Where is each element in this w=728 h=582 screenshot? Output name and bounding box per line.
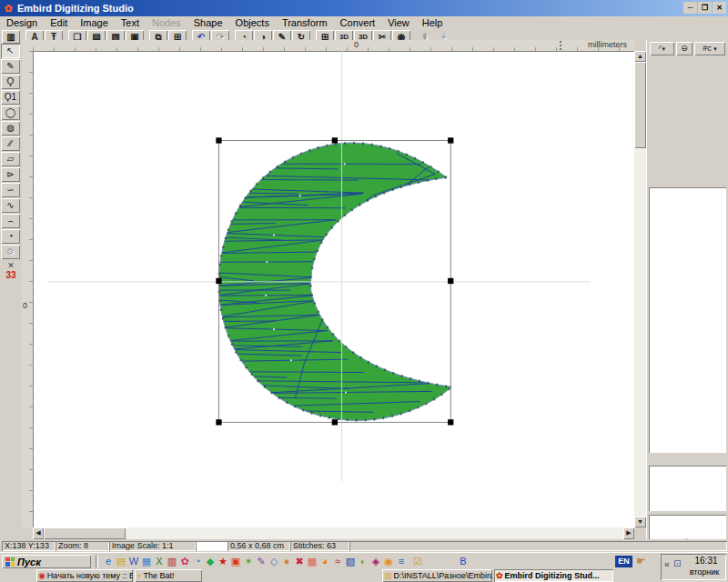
menu-design[interactable]: Design — [0, 16, 44, 29]
quicklaunch-icon-9[interactable]: ◆ — [204, 555, 217, 567]
select-tool[interactable]: ↖ — [1, 44, 20, 58]
quicklaunch-icon-10[interactable]: ★ — [217, 555, 229, 567]
window-title: Embird Digitizing Studio — [17, 3, 134, 14]
quicklaunch-icon-23[interactable]: ◉ — [382, 555, 395, 567]
taskbar-task-3[interactable]: ▨D:\INSTALL\Разное\Embird — [382, 569, 492, 582]
task-button-row: ◉Начать новую тему :: В...◖The Bat!▨D:\I… — [0, 569, 610, 582]
quicklaunch-icon-20[interactable]: ▧ — [344, 555, 357, 567]
menu-bar: DesignEditImageTextNodesShapeObjectsTran… — [0, 16, 728, 29]
restore-button[interactable]: ❐ — [698, 2, 712, 14]
node-edit-tool[interactable]: ✎ — [1, 59, 20, 74]
task-label: D:\INSTALL\Разное\Embird — [394, 571, 492, 580]
menu-view[interactable]: View — [381, 16, 416, 29]
selection-handle[interactable] — [448, 419, 453, 425]
taskbar-task-1[interactable]: ◉Начать новую тему :: В... — [36, 569, 133, 582]
quicklaunch-icon-19[interactable]: ≈ — [331, 555, 344, 567]
zoom-tool[interactable]: Ϙ — [1, 75, 20, 89]
quicklaunch-icon-6[interactable]: ▥ — [166, 555, 178, 567]
column-stitch-tool[interactable]: ◔ — [1, 229, 20, 244]
vertical-scrollbar[interactable]: ▲ ▼ — [634, 51, 646, 527]
cursor-coordinates: X:138 Y:133 — [2, 541, 56, 551]
zigzag-stitch-tool[interactable]: ∿ — [1, 198, 20, 213]
menu-edit[interactable]: Edit — [44, 16, 74, 29]
menu-shape[interactable]: Shape — [187, 16, 229, 29]
menu-help[interactable]: Help — [416, 16, 450, 29]
selection-handle[interactable] — [332, 137, 338, 143]
quicklaunch-icon-15[interactable]: ● — [280, 555, 293, 567]
ruler-unit-label: millimeters — [588, 40, 627, 49]
scroll-left-button[interactable]: ◀ — [33, 527, 44, 539]
selection-handle[interactable] — [216, 419, 221, 425]
quicklaunch-icon-3[interactable]: W — [127, 555, 140, 567]
chevron-down-icon: ▾ — [713, 45, 717, 52]
taskbar-task-2[interactable]: ◖The Bat! — [135, 569, 202, 582]
selection-handle[interactable] — [332, 419, 338, 425]
selection-handle[interactable] — [216, 137, 221, 143]
quicklaunch-icon-25[interactable]: ☑ — [411, 555, 424, 567]
menu-objects[interactable]: Objects — [229, 16, 276, 29]
vertical-ruler: 0 — [22, 51, 33, 527]
quicklaunch-icon-11[interactable]: ▣ — [229, 555, 242, 567]
minimize-button[interactable]: ─ — [683, 2, 697, 14]
selection-handle[interactable] — [448, 278, 453, 284]
taskbar-task-4[interactable]: ✿Embird Digitizing Stud... — [494, 569, 613, 582]
hatch-fill-tool[interactable]: ∕∕ — [1, 136, 20, 151]
freehand-fill-tool[interactable]: ◯ — [1, 105, 20, 120]
quicklaunch-icon-4[interactable]: ▦ — [140, 555, 153, 567]
arc-stitch-tool[interactable]: ⌢ — [1, 214, 20, 228]
menu-convert[interactable]: Convert — [334, 16, 382, 29]
quicklaunch-icon-17[interactable]: ▩ — [306, 555, 318, 567]
scroll-up-button[interactable]: ▲ — [634, 51, 646, 62]
quicklaunch-icon-2[interactable]: ▤ — [115, 555, 127, 567]
quicklaunch-icon-18[interactable]: ◕ — [318, 555, 331, 567]
zoom-1to1-tool[interactable]: Ϙ1 — [1, 90, 20, 105]
selection-handle[interactable] — [448, 137, 453, 143]
language-indicator[interactable]: EN — [615, 556, 632, 567]
horizontal-scroll-thumb[interactable] — [44, 527, 126, 539]
curve-shape-tool[interactable]: ∽ — [1, 183, 20, 197]
quicklaunch-icon-16[interactable]: ✖ — [293, 555, 306, 567]
app-icon[interactable]: ✿ — [2, 3, 15, 15]
quicklaunch-icon-24[interactable]: ≡ — [395, 555, 408, 567]
menu-image[interactable]: Image — [74, 16, 115, 29]
quicklaunch-icon-8[interactable]: ◔ — [191, 555, 204, 567]
pattern-button[interactable]: ▥ — [2, 30, 20, 44]
right-panel: ◜▾ ⊖ #c ▾ ◉ ☾ ▦ ⊖ 1 Parts + — [646, 40, 728, 539]
quicklaunch-icon-26[interactable]: B — [457, 555, 470, 567]
horizontal-scrollbar[interactable]: ◀ ▶ — [33, 527, 634, 539]
hoop-boundary-mark — [560, 41, 561, 51]
tray-app-icon[interactable]: ⊡ — [673, 558, 681, 568]
scroll-down-button[interactable]: ▼ — [634, 517, 646, 527]
quicklaunch-icon-12[interactable]: ✶ — [242, 555, 255, 567]
task-icon: ◉ — [38, 571, 46, 580]
quicklaunch-icon-14[interactable]: ◇ — [268, 555, 280, 567]
parts-list[interactable] — [649, 466, 726, 511]
quicklaunch-icon-5[interactable]: X — [153, 555, 166, 567]
fill-type-dropdown[interactable]: #c ▾ — [694, 42, 725, 55]
shape-outline-tool[interactable]: ▱ — [1, 152, 20, 166]
clock-day: вторник — [686, 567, 723, 577]
vertical-scroll-thumb[interactable] — [634, 62, 646, 148]
quicklaunch-icon-7[interactable]: ✿ — [178, 555, 191, 567]
design-canvas[interactable] — [33, 51, 634, 527]
scroll-right-button[interactable]: ▶ — [623, 527, 634, 539]
close-button[interactable]: ✕ — [713, 2, 726, 14]
tray-collapse-chevron[interactable]: « — [664, 559, 670, 569]
clock-time[interactable]: 16:31 — [690, 556, 723, 566]
quicklaunch-icon-13[interactable]: ✎ — [255, 555, 268, 567]
arrow-shape-tool[interactable]: ⊳ — [1, 167, 20, 182]
layer-list[interactable] — [649, 187, 726, 453]
thread-spool-button[interactable]: ⊖ — [676, 42, 693, 55]
outline-object-tool[interactable]: ◍ — [1, 121, 20, 135]
selection-handle[interactable] — [216, 278, 221, 284]
windows-taskbar: Пуск e▤W▦X▥✿◔◆★▣✶✎◇●✖▩◕≈▧◐◈◉≡ ☑B ◉Начать… — [0, 552, 728, 582]
curve-style-button[interactable]: ◜▾ — [650, 42, 674, 55]
start-button[interactable]: Пуск — [2, 555, 91, 568]
menu-text[interactable]: Text — [115, 16, 146, 29]
hand-tray-icon[interactable]: ☛ — [636, 555, 646, 567]
quicklaunch-icon-1[interactable]: e — [102, 555, 115, 567]
quicklaunch-icon-22[interactable]: ◈ — [369, 555, 382, 567]
quicklaunch-icon-21[interactable]: ◐ — [357, 555, 369, 567]
menu-transform[interactable]: Transform — [276, 16, 334, 29]
hruler-zero-label: 0 — [354, 40, 359, 49]
